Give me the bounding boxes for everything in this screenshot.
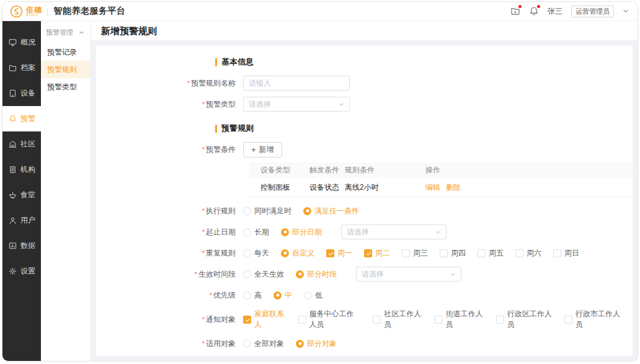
notification-badge bbox=[537, 5, 540, 8]
field-rule-name: *预警规则名称 bbox=[96, 76, 633, 91]
rule-name-input[interactable] bbox=[243, 76, 350, 91]
required-marker: * bbox=[202, 100, 205, 108]
notify-target-checkbox[interactable]: 服务中心工作人员 bbox=[298, 309, 362, 330]
radio-icon bbox=[296, 340, 304, 348]
checkbox-icon bbox=[440, 249, 448, 257]
field-repeat-rule: *重复规则 每天 自定义 周一 周二 周三 周四 周五 周六 周日 bbox=[96, 246, 633, 260]
checkbox-icon bbox=[478, 249, 486, 257]
submenu-item-records[interactable]: 预警记录 bbox=[41, 43, 91, 61]
effective-time-select[interactable]: 请选择 bbox=[356, 267, 461, 282]
required-marker: * bbox=[202, 146, 205, 153]
notify-target-checkbox[interactable]: 行政区工作人员 bbox=[496, 309, 553, 330]
organization-icon bbox=[9, 166, 17, 174]
checkbox-icon bbox=[496, 316, 504, 324]
sidebar-item-canteen[interactable]: 食堂 bbox=[2, 182, 41, 208]
notify-target-checkbox[interactable]: 社区工作人员 bbox=[373, 309, 422, 330]
radio-icon bbox=[304, 291, 312, 300]
radio-icon bbox=[281, 228, 289, 236]
field-effective-time: *生效时间段 全天生效 部分时段 请选择 bbox=[96, 267, 633, 282]
priority-option[interactable]: 中 bbox=[273, 290, 292, 301]
sidebar-item-warnings[interactable]: 预警 bbox=[2, 106, 41, 131]
date-range-option[interactable]: 部分日期 bbox=[281, 227, 322, 237]
weekday-checkbox[interactable]: 周一 bbox=[326, 248, 352, 259]
field-priority: *优先级 高 中 低 bbox=[96, 288, 633, 303]
required-marker: * bbox=[195, 270, 197, 278]
repeat-rule-option[interactable]: 自定义 bbox=[281, 248, 314, 259]
canteen-icon bbox=[9, 191, 17, 199]
weekday-checkbox[interactable]: 周五 bbox=[478, 248, 504, 259]
user-name[interactable]: 张三 bbox=[548, 6, 562, 17]
main-area: 新增预警规则 基本信息 *预警规则名称 *预警类型 请选择 bbox=[91, 21, 638, 361]
checkbox-icon bbox=[364, 249, 372, 257]
radio-icon bbox=[243, 207, 251, 215]
priority-option[interactable]: 低 bbox=[304, 290, 322, 301]
sidebar-item-users[interactable]: 用户 bbox=[2, 208, 41, 233]
bell-icon[interactable] bbox=[529, 6, 539, 16]
sidebar-item-archives[interactable]: 档案 bbox=[2, 55, 41, 81]
apply-target-option[interactable]: 全部对象 bbox=[243, 339, 284, 349]
checkbox-icon bbox=[553, 249, 561, 257]
effective-time-option[interactable]: 全天生效 bbox=[243, 269, 284, 280]
field-conditions: *预警条件 + 新增 bbox=[96, 142, 633, 158]
exec-rule-option[interactable]: 满足任一条件 bbox=[303, 206, 359, 216]
workorder-icon[interactable] bbox=[510, 6, 520, 16]
settings-icon bbox=[9, 267, 17, 275]
notify-target-checkbox[interactable]: 家庭联系人 bbox=[243, 309, 287, 330]
section-warning-rules: 预警规则 bbox=[215, 123, 633, 134]
submenu-header[interactable]: 预警管理 bbox=[41, 21, 91, 43]
checkbox-icon bbox=[243, 316, 251, 324]
chevron-down-icon[interactable] bbox=[623, 8, 629, 14]
required-marker: * bbox=[202, 316, 205, 323]
table-header-row: 设备类型 触发条件 规则条件 操作 bbox=[249, 162, 633, 178]
notify-target-checkbox[interactable]: 街道工作人员 bbox=[435, 309, 484, 330]
field-notify-targets: *通知对象 家庭联系人 服务中心工作人员 社区工作人员 街道工作人员 行政区工作… bbox=[96, 309, 633, 330]
device-icon bbox=[9, 89, 17, 97]
checkbox-icon bbox=[373, 316, 381, 324]
weekday-checkbox[interactable]: 周四 bbox=[440, 248, 466, 259]
chevron-down-icon bbox=[435, 229, 441, 235]
radio-icon bbox=[281, 249, 289, 257]
sidebar-item-community[interactable]: 社区 bbox=[2, 131, 41, 157]
required-marker: * bbox=[210, 291, 212, 299]
date-range-option[interactable]: 长期 bbox=[243, 227, 269, 237]
required-marker: * bbox=[202, 207, 205, 215]
secondary-sidebar: 预警管理 预警记录 预警规则 预警类型 bbox=[41, 21, 91, 361]
checkbox-icon bbox=[515, 249, 523, 257]
weekday-checkbox[interactable]: 周三 bbox=[402, 248, 428, 259]
delete-link[interactable]: 删除 bbox=[446, 183, 461, 192]
submenu-item-rules[interactable]: 预警规则 bbox=[41, 61, 91, 78]
sidebar-item-data[interactable]: 数据 bbox=[2, 233, 41, 259]
weekday-checkbox[interactable]: 周二 bbox=[364, 248, 390, 259]
data-icon bbox=[9, 242, 17, 250]
sidebar-item-overview[interactable]: 概况 bbox=[2, 30, 41, 55]
date-range-select[interactable]: 请选择 bbox=[341, 224, 447, 239]
edit-link[interactable]: 编辑 bbox=[425, 183, 440, 192]
sidebar-item-settings[interactable]: 设置 bbox=[2, 259, 41, 284]
logo-icon bbox=[10, 5, 23, 18]
effective-time-option[interactable]: 部分时段 bbox=[296, 269, 337, 280]
add-condition-button[interactable]: + 新增 bbox=[243, 142, 282, 158]
sidebar-item-devices[interactable]: 设备 bbox=[2, 81, 41, 106]
checkbox-icon bbox=[435, 316, 443, 324]
top-header: 佰穗 BAISUI | 智能养老服务平台 张三 运营管理员 bbox=[2, 2, 638, 21]
apply-target-option[interactable]: 部分对象 bbox=[296, 339, 337, 349]
checkbox-icon bbox=[402, 249, 410, 257]
weekday-checkbox[interactable]: 周日 bbox=[553, 248, 579, 259]
form-card: 基本信息 *预警规则名称 *预警类型 请选择 bbox=[96, 45, 633, 356]
app-title: 智能养老服务平台 bbox=[53, 6, 125, 17]
radio-icon bbox=[243, 228, 251, 236]
radio-icon bbox=[243, 270, 251, 278]
sidebar-item-institution[interactable]: 机构 bbox=[2, 157, 41, 182]
priority-option[interactable]: 高 bbox=[243, 290, 262, 301]
radio-icon bbox=[296, 270, 304, 278]
warn-type-select[interactable]: 请选择 bbox=[243, 97, 350, 112]
bell-icon bbox=[9, 115, 17, 123]
dashboard-icon bbox=[9, 38, 17, 47]
notify-target-checkbox[interactable]: 行政市工作人员 bbox=[564, 309, 621, 330]
exec-rule-option[interactable]: 同时满足时 bbox=[243, 206, 291, 216]
main-sidebar: 概况 档案 设备 预警 社区 机构 bbox=[2, 21, 41, 361]
submenu-item-types[interactable]: 预警类型 bbox=[41, 78, 91, 95]
field-date-range: *起止日期 长期 部分日期 请选择 bbox=[96, 224, 633, 239]
repeat-rule-option[interactable]: 每天 bbox=[243, 248, 269, 259]
weekday-checkbox[interactable]: 周六 bbox=[515, 248, 541, 259]
